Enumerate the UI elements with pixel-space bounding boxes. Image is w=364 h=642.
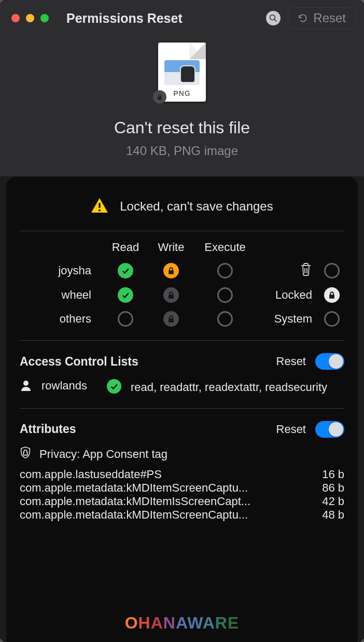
perm-flag-system: System <box>256 312 319 326</box>
lock-badge-icon <box>153 90 166 104</box>
app-window: Permissions Reset Reset PNG Can't reset … <box>0 0 364 642</box>
details-panel: Locked, can't save changes ReadWriteExec… <box>6 177 358 642</box>
perm-joysha-read[interactable] <box>118 263 133 278</box>
perm-cell <box>148 287 194 303</box>
attribute-row: com.apple.metadata:kMDItemIsScreenCapt..… <box>20 495 344 508</box>
perm-joysha-write[interactable] <box>163 263 179 278</box>
acl-perms: read, readattr, readextattr, readsecurit… <box>131 379 344 396</box>
perm-flag-locked-toggle[interactable] <box>324 287 340 303</box>
titlebar: Permissions Reset Reset <box>0 0 364 33</box>
perm-flag-cell <box>319 287 344 303</box>
svg-point-0 <box>270 15 275 20</box>
zoom-window-button[interactable] <box>40 14 49 22</box>
perm-cell <box>103 311 148 327</box>
attribute-privacy-row: Privacy: App Consent tag <box>20 446 344 463</box>
file-thumbnail <box>164 60 200 85</box>
acl-user-name: rowlands <box>41 379 97 393</box>
svg-point-6 <box>23 381 29 386</box>
attribute-size: 48 b <box>315 508 344 522</box>
perm-row-wheel: wheel <box>20 288 103 302</box>
attribute-key: com.apple.metadata:kMDItemScreenCaptu... <box>20 508 307 522</box>
perm-cell <box>148 311 194 327</box>
attribute-size: 42 b <box>315 495 344 508</box>
perm-cell <box>194 311 256 327</box>
perm-flag-cell <box>319 263 344 278</box>
attribute-row: com.apple.lastuseddate#PS16 b <box>20 468 344 481</box>
acl-reset-label: Reset <box>276 355 306 368</box>
perm-joysha-execute[interactable] <box>217 263 233 278</box>
perm-cell <box>194 287 256 303</box>
perm-row-joysha: joysha <box>20 264 103 277</box>
file-hero: PNG Can't reset this file 140 KB, PNG im… <box>0 33 364 176</box>
perm-flag-cell <box>319 311 344 327</box>
attribute-row: com.apple.metadata:kMDItemScreenCaptu...… <box>20 481 344 495</box>
attributes-reset-toggle[interactable] <box>315 421 344 438</box>
trash-icon[interactable] <box>300 262 312 279</box>
perm-wheel-read[interactable] <box>118 287 133 303</box>
attribute-key: com.apple.lastuseddate#PS <box>20 468 307 481</box>
svg-point-3 <box>99 210 101 212</box>
attributes-reset-label: Reset <box>276 423 306 436</box>
perm-col-execute: Execute <box>194 241 256 254</box>
search-button[interactable] <box>266 11 281 25</box>
acl-title: Access Control Lists <box>20 355 267 369</box>
perm-row-others: others <box>20 312 103 326</box>
search-icon <box>269 13 278 23</box>
file-subtitle: 140 KB, PNG image <box>126 144 238 158</box>
acl-section: Access Control Lists Reset rowlandsread,… <box>20 341 344 409</box>
attribute-size: 16 b <box>315 468 344 481</box>
acl-reset-toggle[interactable] <box>315 353 344 370</box>
perm-flag-trash-toggle[interactable] <box>324 263 340 278</box>
perm-flag-system-toggle[interactable] <box>324 311 340 327</box>
warning-message: Locked, can't save changes <box>120 199 273 214</box>
reset-button[interactable]: Reset <box>288 7 356 29</box>
file-extension-badge: PNG <box>173 89 190 97</box>
user-icon <box>20 379 32 395</box>
permissions-grid: ReadWriteExecutejoyshawheelLockedothersS… <box>20 231 344 341</box>
perm-wheel-write[interactable] <box>163 287 179 303</box>
attributes-section: Attributes Reset Privacy: App Consent ta… <box>20 409 344 534</box>
attribute-privacy-label: Privacy: App Consent tag <box>39 448 344 461</box>
acl-state <box>107 379 121 394</box>
perm-others-read[interactable] <box>118 311 133 327</box>
attribute-key: com.apple.metadata:kMDItemScreenCaptu... <box>20 481 307 495</box>
perm-others-write[interactable] <box>163 311 179 327</box>
warning-banner: Locked, can't save changes <box>20 191 344 231</box>
titlebar-actions: Reset <box>266 7 356 29</box>
acl-state-circle[interactable] <box>107 379 121 394</box>
refresh-icon <box>298 13 308 23</box>
perm-cell <box>103 287 148 303</box>
shield-icon <box>20 446 31 463</box>
svg-rect-2 <box>99 203 101 208</box>
acl-entry: rowlandsread, readattr, readextattr, rea… <box>20 379 344 396</box>
reset-button-label: Reset <box>313 11 346 25</box>
attribute-key: com.apple.metadata:kMDItemIsScreenCapt..… <box>20 495 307 508</box>
perm-others-execute[interactable] <box>217 311 233 327</box>
close-window-button[interactable] <box>11 14 20 22</box>
window-title: Permissions Reset <box>66 11 260 26</box>
warning-icon <box>91 198 108 215</box>
perm-flag-trash <box>256 262 319 279</box>
file-icon: PNG <box>158 43 206 102</box>
minimize-window-button[interactable] <box>26 14 34 22</box>
file-headline: Can't reset this file <box>114 118 250 137</box>
perm-wheel-execute[interactable] <box>217 287 233 303</box>
attribute-size: 86 b <box>315 481 344 495</box>
perm-cell <box>148 263 194 278</box>
perm-col-read: Read <box>103 241 148 254</box>
perm-cell <box>194 263 256 278</box>
perm-flag-locked: Locked <box>256 288 319 302</box>
attributes-title: Attributes <box>20 422 267 436</box>
svg-line-1 <box>275 19 277 22</box>
perm-col-write: Write <box>148 241 194 254</box>
perm-cell <box>103 263 148 278</box>
brand-footer: OHANAWARE <box>0 613 364 633</box>
attribute-row: com.apple.metadata:kMDItemScreenCaptu...… <box>20 508 344 522</box>
traffic-lights <box>11 14 49 22</box>
